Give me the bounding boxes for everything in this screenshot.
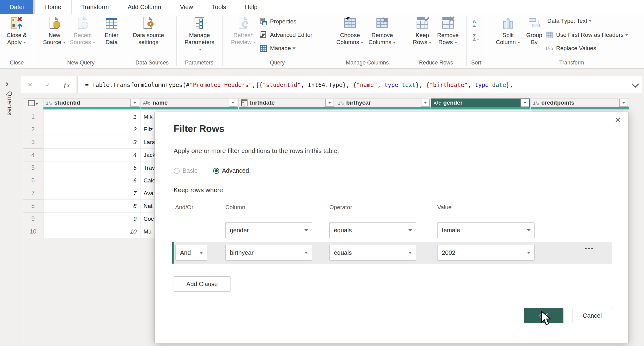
condition2-accent-bar: [172, 242, 174, 264]
group-divider: [34, 16, 34, 66]
row-number[interactable]: 10: [23, 225, 43, 238]
dropdown-caret-icon: [589, 20, 592, 22]
condition2-column-select[interactable]: birthyear: [225, 245, 312, 261]
filter-button[interactable]: [229, 99, 237, 107]
cell-studentid[interactable]: 5: [43, 161, 140, 174]
cell-studentid[interactable]: 9: [43, 213, 140, 225]
select-all-corner-button[interactable]: [23, 98, 43, 107]
filter-button[interactable]: [619, 99, 628, 107]
row-number[interactable]: 9: [23, 213, 43, 225]
row-number[interactable]: 2: [23, 123, 43, 136]
split-column-button[interactable]: Split Column: [494, 16, 522, 58]
condition2-value-select[interactable]: 2002: [437, 245, 535, 261]
manage-button[interactable]: Manage: [259, 44, 296, 52]
replace-values-icon: 1↳2: [545, 44, 554, 52]
group-by-icon: [527, 16, 542, 30]
recent-sources-button[interactable]: Recent Sources: [68, 16, 97, 58]
row-number[interactable]: 4: [23, 149, 43, 161]
condition1-column-select[interactable]: gender: [225, 222, 312, 238]
dropdown-caret-icon: [393, 42, 396, 43]
filter-button[interactable]: [421, 99, 430, 107]
manage-parameters-button[interactable]: Manage Parameters: [183, 16, 216, 58]
split-column-icon: [501, 16, 515, 30]
group-by-button[interactable]: Group By: [523, 16, 545, 58]
commit-formula-icon[interactable]: ✓: [45, 81, 51, 88]
sort-ascending-button[interactable]: AZ↓: [469, 17, 483, 30]
date-type-icon: [241, 99, 248, 106]
down-arrow-icon: ↓: [476, 20, 480, 27]
use-first-row-button[interactable]: Use First Row as Headers: [545, 31, 628, 39]
row-number[interactable]: 1: [23, 110, 43, 123]
tab-transform[interactable]: Transform: [72, 0, 118, 14]
condition-more-options-icon[interactable]: •••: [585, 246, 594, 252]
column-header-studentid[interactable]: studentid: [43, 98, 140, 107]
cell-studentid[interactable]: 2: [43, 123, 140, 136]
condition2-andor-select[interactable]: And: [175, 245, 207, 261]
close-apply-button[interactable]: Close & Apply: [1, 16, 33, 58]
filter-caret-icon: [424, 102, 427, 104]
row-number[interactable]: 7: [23, 187, 43, 200]
formula-bar-input[interactable]: = Table.TransformColumnTypes(#"Promoted …: [78, 76, 642, 93]
remove-columns-button[interactable]: Remove Columns: [368, 16, 396, 58]
cancel-button[interactable]: Cancel: [573, 308, 612, 323]
tab-home[interactable]: Home: [34, 0, 72, 14]
formula-text: = Table.TransformColumnTypes(#"Promoted …: [78, 81, 513, 88]
refresh-preview-button[interactable]: Refresh Preview: [229, 16, 258, 58]
cell-studentid[interactable]: 3: [43, 136, 140, 149]
close-icon[interactable]: ✕: [612, 114, 623, 125]
add-clause-button[interactable]: Add Clause: [174, 276, 230, 292]
filter-button[interactable]: [521, 99, 529, 107]
advanced-radio-label[interactable]: Advanced: [222, 167, 249, 174]
cell-studentid[interactable]: 4: [43, 149, 140, 161]
row-number[interactable]: 8: [23, 200, 43, 213]
chevron-down-icon: [199, 252, 203, 254]
remove-rows-button[interactable]: Remove Rows: [434, 16, 462, 58]
row-number[interactable]: 3: [23, 136, 43, 149]
group-label-transform: Transform: [559, 60, 584, 66]
filter-caret-icon: [231, 102, 234, 104]
cell-studentid[interactable]: 7: [43, 187, 140, 200]
column-header-birthdate[interactable]: birthdate: [239, 98, 335, 107]
properties-button[interactable]: Properties: [259, 18, 296, 26]
expand-formula-chevron-icon[interactable]: [632, 81, 639, 88]
text-type-icon: [434, 100, 441, 106]
advanced-radio[interactable]: [213, 168, 219, 174]
enter-data-button[interactable]: Enter Data: [100, 16, 123, 58]
cell-studentid[interactable]: 1: [43, 110, 140, 123]
sort-za-icon: ZA: [473, 34, 476, 42]
cancel-formula-icon[interactable]: ✕: [27, 81, 33, 88]
tab-help[interactable]: Help: [236, 0, 267, 14]
column-header-creditpoints[interactable]: creditpoints: [531, 98, 629, 107]
basic-radio[interactable]: [174, 168, 180, 174]
basic-radio-label[interactable]: Basic: [182, 167, 197, 174]
condition1-operator-select[interactable]: equals: [329, 222, 416, 238]
replace-values-button[interactable]: 1↳2 Replace Values: [545, 44, 596, 52]
row-number[interactable]: 5: [23, 161, 43, 174]
advanced-editor-button[interactable]: Advanced Editor: [259, 31, 312, 39]
tab-view[interactable]: View: [171, 0, 203, 14]
column-header-gender-selected[interactable]: gender: [431, 98, 531, 107]
group-divider: [406, 16, 406, 66]
condition2-operator-select[interactable]: equals: [329, 245, 416, 261]
cell-studentid[interactable]: 6: [43, 174, 140, 187]
new-source-button[interactable]: New Source: [42, 16, 67, 58]
filter-rows-dialog: ✕ Filter Rows Apply one or more filter c…: [154, 112, 628, 343]
tab-add-column[interactable]: Add Column: [118, 0, 171, 14]
data-source-settings-button[interactable]: Data source settings: [130, 16, 166, 58]
cell-studentid[interactable]: 8: [43, 200, 140, 213]
file-menu-button[interactable]: Datei: [0, 0, 33, 14]
cell-studentid[interactable]: 10: [43, 225, 140, 238]
row-number[interactable]: 6: [23, 174, 43, 187]
queries-pane-label[interactable]: Queries: [6, 91, 13, 116]
expand-pane-chevron-icon[interactable]: ›: [5, 78, 9, 89]
column-header-birthyear[interactable]: birthyear: [335, 98, 431, 107]
filter-button[interactable]: [130, 99, 139, 107]
data-type-button[interactable]: Data Type: Text: [547, 18, 592, 24]
condition1-value-select[interactable]: female: [437, 222, 535, 238]
tab-tools[interactable]: Tools: [203, 0, 236, 14]
sort-descending-button[interactable]: ZA↓: [469, 32, 483, 44]
column-header-name[interactable]: name: [140, 98, 239, 107]
choose-columns-button[interactable]: Choose Columns: [336, 16, 364, 58]
keep-rows-button[interactable]: Keep Rows: [410, 16, 435, 58]
filter-button[interactable]: [325, 99, 334, 107]
